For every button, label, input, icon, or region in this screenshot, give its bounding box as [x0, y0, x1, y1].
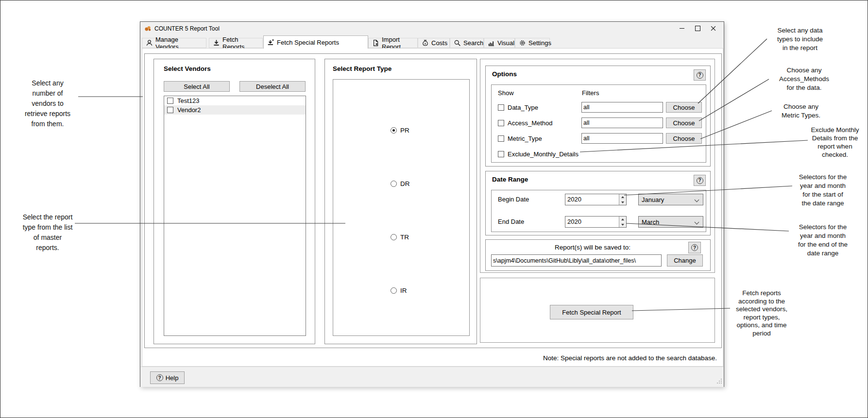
tab-fetch-reports[interactable]: Fetch Reports [209, 38, 263, 48]
select-vendors-title: Select Vendors [164, 65, 211, 72]
close-button[interactable] [705, 22, 721, 35]
radio-label: DR [400, 180, 410, 187]
data-type-filter-input[interactable] [581, 102, 663, 113]
report-type-option-dr[interactable]: DR [391, 180, 410, 187]
save-location-help-button[interactable]: ? [688, 242, 701, 253]
radio-label: IR [400, 287, 407, 294]
access-method-label: Access_Method [508, 119, 553, 127]
annotation-end-selectors: Selectors for the year and month for the… [788, 223, 857, 258]
maximize-button[interactable] [690, 22, 705, 35]
bottom-bar: ? Help [140, 367, 724, 387]
tab-label: Fetch Special Reports [277, 39, 339, 46]
report-type-list: PR DR TR IR [333, 79, 470, 336]
vendor-row[interactable]: Vendor2 [164, 105, 306, 115]
special-reports-note: Note: Special reports are not added to t… [543, 354, 717, 362]
report-type-option-ir[interactable]: IR [391, 287, 407, 294]
bar-chart-icon [488, 39, 495, 47]
options-help-button[interactable]: ? [694, 69, 706, 81]
help-icon: ? [691, 244, 698, 251]
exclude-monthly-details-label: Exclude_Monthly_Details [508, 150, 579, 158]
content-frame: Select Vendors Select All Deselect All T… [144, 53, 722, 348]
chevron-down-icon [695, 198, 699, 202]
annotation-vendors: Select any number of vendors to retrieve… [11, 78, 84, 129]
minimize-button[interactable] [674, 22, 690, 35]
access-method-checkbox[interactable] [498, 120, 504, 126]
right-upper-container: Options ? Show Filters Data_Type Choose [480, 59, 715, 273]
gear-icon [519, 39, 526, 47]
help-button[interactable]: ? Help [150, 371, 185, 384]
vendor-list[interactable]: Test123 Vendor2 [164, 96, 306, 336]
annotation-data-types: Select any data types to include in the … [766, 26, 834, 52]
fetch-special-reports-page: Select Vendors Select All Deselect All T… [142, 48, 723, 367]
begin-date-label: Begin Date [498, 196, 529, 203]
report-type-option-tr[interactable]: TR [391, 234, 409, 241]
radio-icon[interactable] [391, 127, 397, 134]
radio-label: PR [400, 127, 409, 134]
screenshot-canvas: Select any number of vendors to retrieve… [0, 0, 868, 418]
exclude-monthly-details-checkbox[interactable] [498, 151, 504, 157]
end-month-value: March [642, 218, 659, 226]
data-type-choose-button[interactable]: Choose [666, 102, 702, 113]
tab-search[interactable]: Search [450, 38, 484, 48]
tab-label: Costs [431, 39, 447, 47]
tab-manage-vendors[interactable]: Manage Vendors [142, 38, 206, 48]
chevron-down-icon [695, 220, 699, 225]
radio-icon[interactable] [391, 234, 397, 240]
close-icon [711, 26, 716, 31]
metric-type-choose-button[interactable]: Choose [666, 133, 702, 144]
vendor-row[interactable]: Test123 [164, 96, 306, 105]
tab-visual[interactable]: Visual [484, 38, 515, 48]
vendor-checkbox[interactable] [167, 107, 173, 113]
begin-year-spinner[interactable]: 2020 [565, 194, 627, 205]
options-title: Options [492, 70, 517, 78]
metric-type-checkbox[interactable] [498, 135, 504, 142]
help-button-label: Help [166, 374, 179, 382]
begin-month-dropdown[interactable]: January [638, 194, 703, 205]
access-method-choose-button[interactable]: Choose [666, 117, 702, 128]
select-report-type-title: Select Report Type [333, 65, 391, 72]
title-bar[interactable]: COUNTER 5 Report Tool [140, 22, 724, 35]
radio-icon[interactable] [391, 181, 397, 187]
select-vendors-panel: Select Vendors Select All Deselect All T… [153, 59, 315, 344]
help-icon: ? [697, 177, 703, 184]
tab-fetch-special-reports[interactable]: Fetch Special Reports [263, 35, 368, 49]
radio-label: TR [400, 234, 409, 241]
spin-down-icon[interactable] [619, 222, 626, 227]
spinner-buttons[interactable] [619, 194, 626, 205]
data-type-checkbox[interactable] [498, 104, 504, 111]
annotation-report-type: Select the report type from the list of … [11, 212, 84, 253]
resize-grip-icon[interactable] [716, 377, 722, 386]
date-range-title: Date Range [492, 176, 528, 183]
annotation-start-selectors: Selectors for the year and month for the… [788, 173, 857, 208]
annotation-exclude-monthly: Exclude Monthly Details from the report … [802, 126, 868, 159]
end-month-dropdown[interactable]: March [638, 216, 703, 228]
report-type-option-pr[interactable]: PR [391, 127, 409, 134]
app-window: COUNTER 5 Report Tool Manage Vendors Fet… [140, 21, 724, 387]
metric-type-filter-input[interactable] [581, 133, 663, 144]
select-all-button[interactable]: Select All [164, 81, 230, 92]
vendor-checkbox[interactable] [167, 98, 173, 104]
end-year-spinner[interactable]: 2020 [565, 216, 627, 228]
tab-import-report[interactable]: Import Report [368, 38, 418, 48]
end-date-label: End Date [498, 218, 524, 225]
deselect-all-button[interactable]: Deselect All [239, 81, 306, 92]
spinner-buttons[interactable] [619, 217, 626, 227]
radio-icon[interactable] [391, 287, 397, 294]
date-range-help-button[interactable]: ? [694, 175, 706, 186]
tab-settings[interactable]: Settings [515, 38, 550, 48]
search-icon [454, 39, 461, 47]
spin-down-icon[interactable] [619, 200, 626, 205]
save-path-input[interactable] [491, 254, 662, 267]
help-icon: ? [697, 72, 703, 79]
date-range-panel: Date Range ? Begin Date 2020 January [485, 171, 711, 235]
access-method-filter-input[interactable] [581, 117, 663, 128]
end-year-value: 2020 [567, 218, 581, 225]
person-icon [146, 39, 153, 47]
tab-costs[interactable]: Costs [418, 38, 450, 48]
maximize-icon [695, 26, 700, 31]
date-range-inner-box: Begin Date 2020 January End Date [491, 190, 706, 232]
fetch-special-report-button[interactable]: Fetch Special Report [550, 305, 633, 319]
vendor-label: Test123 [177, 97, 200, 104]
options-panel: Options ? Show Filters Data_Type Choose [485, 66, 711, 167]
change-path-button[interactable]: Change [667, 254, 703, 267]
